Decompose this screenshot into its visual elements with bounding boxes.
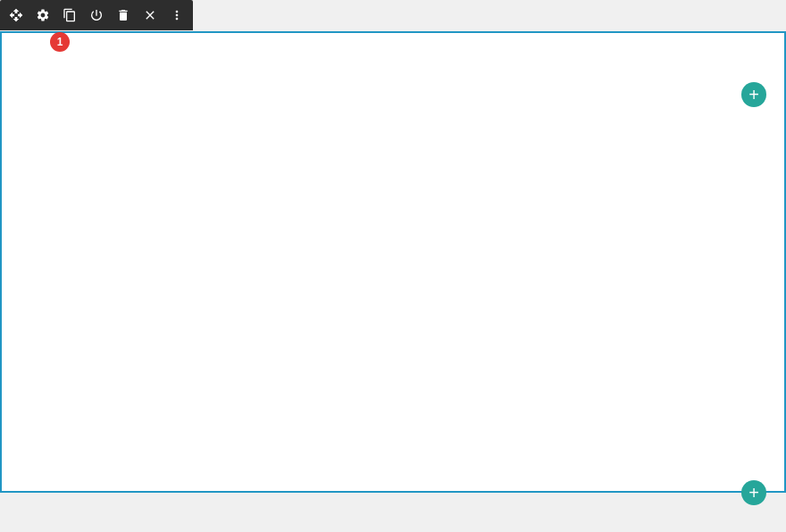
add-section-top-button[interactable]: + <box>741 82 766 107</box>
duplicate-icon <box>63 8 77 22</box>
duplicate-button[interactable] <box>57 3 82 28</box>
trash-icon <box>116 8 130 22</box>
close-button[interactable] <box>138 3 163 28</box>
section-container <box>0 31 786 493</box>
add-section-bottom-button[interactable]: + <box>741 480 766 505</box>
add-bottom-icon: + <box>748 484 759 502</box>
badge-value: 1 <box>57 36 63 48</box>
move-icon <box>9 8 23 22</box>
move-button[interactable] <box>4 3 29 28</box>
more-icon <box>170 8 184 22</box>
section-toolbar <box>0 0 193 30</box>
more-options-button[interactable] <box>164 3 189 28</box>
delete-button[interactable] <box>111 3 136 28</box>
toggle-button[interactable] <box>84 3 109 28</box>
add-top-icon: + <box>748 86 759 104</box>
section-badge: 1 <box>50 32 70 52</box>
close-icon <box>143 8 157 22</box>
settings-button[interactable] <box>30 3 55 28</box>
power-icon <box>89 8 104 22</box>
gear-icon <box>36 8 50 22</box>
